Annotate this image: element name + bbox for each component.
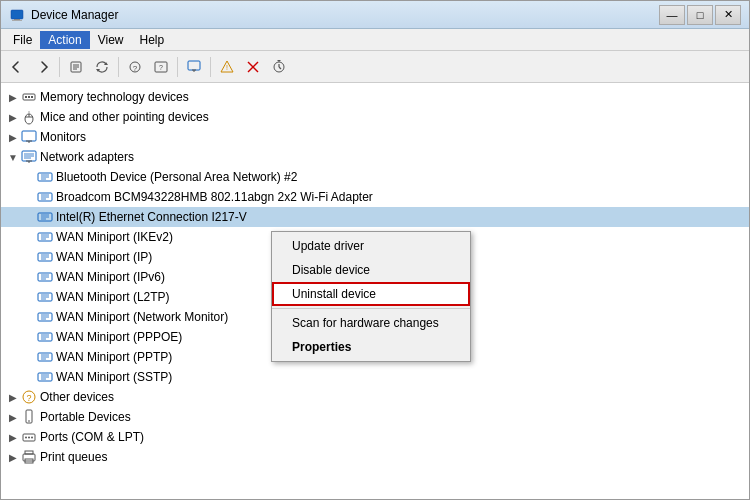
tree-item-broadcom[interactable]: Broadcom BCM943228HMB 802.11abgn 2x2 Wi-… bbox=[1, 187, 749, 207]
label-wan-network: WAN Miniport (Network Monitor) bbox=[56, 310, 228, 324]
tree-item-monitors[interactable]: ▶ Monitors bbox=[1, 127, 749, 147]
icon-wan-ipv6 bbox=[37, 269, 53, 285]
svg-rect-94 bbox=[25, 451, 33, 454]
icon-monitors bbox=[21, 129, 37, 145]
toggle-memory[interactable]: ▶ bbox=[5, 89, 21, 105]
tree-item-ports[interactable]: ▶ Ports (COM & LPT) bbox=[1, 427, 749, 447]
context-menu: Update driver Disable device Uninstall d… bbox=[271, 231, 471, 362]
tree-item-portable[interactable]: ▶ Portable Devices bbox=[1, 407, 749, 427]
tree-item-print[interactable]: ▶ Print queues bbox=[1, 447, 749, 467]
label-broadcom: Broadcom BCM943228HMB 802.11abgn 2x2 Wi-… bbox=[56, 190, 373, 204]
remove-button[interactable] bbox=[241, 55, 265, 79]
context-menu-scan-hardware[interactable]: Scan for hardware changes bbox=[272, 311, 470, 335]
icon-print bbox=[21, 449, 37, 465]
svg-text:?: ? bbox=[159, 64, 163, 71]
toolbar-separator-4 bbox=[210, 57, 211, 77]
label-wan-ikev2: WAN Miniport (IKEv2) bbox=[56, 230, 173, 244]
warning-button[interactable]: ! bbox=[215, 55, 239, 79]
label-network: Network adapters bbox=[40, 150, 134, 164]
maximize-button[interactable]: □ bbox=[687, 5, 713, 25]
device-manager-window: Device Manager — □ ✕ File Action View He… bbox=[0, 0, 750, 500]
update-button[interactable] bbox=[90, 55, 114, 79]
window-controls: — □ ✕ bbox=[659, 5, 741, 25]
toggle-other[interactable]: ▶ bbox=[5, 389, 21, 405]
toolbar-separator-1 bbox=[59, 57, 60, 77]
close-button[interactable]: ✕ bbox=[715, 5, 741, 25]
forward-button[interactable] bbox=[31, 55, 55, 79]
icon-wan-network bbox=[37, 309, 53, 325]
label-wan-pptp: WAN Miniport (PPTP) bbox=[56, 350, 172, 364]
scan-button[interactable] bbox=[267, 55, 291, 79]
toggle-mice[interactable]: ▶ bbox=[5, 109, 21, 125]
tree-item-network[interactable]: ▼ Network adapters bbox=[1, 147, 749, 167]
title-bar: Device Manager — □ ✕ bbox=[1, 1, 749, 29]
icon-portable bbox=[21, 409, 37, 425]
back-button[interactable] bbox=[5, 55, 29, 79]
window-icon bbox=[9, 7, 25, 23]
tree-item-wan-sstp[interactable]: WAN Miniport (SSTP) bbox=[1, 367, 749, 387]
icon-wan-sstp bbox=[37, 369, 53, 385]
svg-rect-0 bbox=[11, 10, 23, 19]
label-wan-ipv6: WAN Miniport (IPv6) bbox=[56, 270, 165, 284]
toggle-ports[interactable]: ▶ bbox=[5, 429, 21, 445]
svg-point-90 bbox=[25, 437, 27, 439]
icon-memory bbox=[21, 89, 37, 105]
toggle-network[interactable]: ▼ bbox=[5, 149, 21, 165]
context-menu-disable-device[interactable]: Disable device bbox=[272, 258, 470, 282]
menu-action[interactable]: Action bbox=[40, 31, 89, 49]
icon-ports bbox=[21, 429, 37, 445]
icon-wan-pppoe bbox=[37, 329, 53, 345]
label-wan-pppoe: WAN Miniport (PPPOE) bbox=[56, 330, 182, 344]
svg-point-91 bbox=[28, 437, 30, 439]
minimize-button[interactable]: — bbox=[659, 5, 685, 25]
menu-bar: File Action View Help bbox=[1, 29, 749, 51]
main-content: ▶ Memory technology devices ▶ bbox=[1, 83, 749, 499]
icon-network bbox=[21, 149, 37, 165]
context-menu-properties[interactable]: Properties bbox=[272, 335, 470, 359]
help-icon-button[interactable]: ? bbox=[123, 55, 147, 79]
svg-rect-2 bbox=[12, 20, 22, 21]
svg-point-92 bbox=[31, 437, 33, 439]
svg-text:?: ? bbox=[133, 63, 138, 72]
monitor-icon-button[interactable] bbox=[182, 55, 206, 79]
icon-wan-ip bbox=[37, 249, 53, 265]
tree-item-memory[interactable]: ▶ Memory technology devices bbox=[1, 87, 749, 107]
menu-help[interactable]: Help bbox=[132, 31, 173, 49]
toggle-broadcom bbox=[21, 189, 37, 205]
svg-text:?: ? bbox=[26, 393, 31, 403]
context-menu-update-driver[interactable]: Update driver bbox=[272, 234, 470, 258]
toggle-monitors[interactable]: ▶ bbox=[5, 129, 21, 145]
label-wan-sstp: WAN Miniport (SSTP) bbox=[56, 370, 172, 384]
label-print: Print queues bbox=[40, 450, 107, 464]
label-monitors: Monitors bbox=[40, 130, 86, 144]
svg-rect-25 bbox=[25, 96, 27, 98]
tree-item-intel[interactable]: Intel(R) Ethernet Connection I217-V bbox=[1, 207, 749, 227]
toolbar: ? ? ! bbox=[1, 51, 749, 83]
toggle-print[interactable]: ▶ bbox=[5, 449, 21, 465]
toggle-portable[interactable]: ▶ bbox=[5, 409, 21, 425]
tree-item-bluetooth[interactable]: Bluetooth Device (Personal Area Network)… bbox=[1, 167, 749, 187]
toolbar-separator-3 bbox=[177, 57, 178, 77]
tree-item-other[interactable]: ▶ ? Other devices bbox=[1, 387, 749, 407]
tree-item-mice[interactable]: ▶ Mice and other pointing devices bbox=[1, 107, 749, 127]
svg-text:!: ! bbox=[226, 64, 228, 71]
icon-wan-ikev2 bbox=[37, 229, 53, 245]
properties-button[interactable] bbox=[64, 55, 88, 79]
label-other: Other devices bbox=[40, 390, 114, 404]
label-portable: Portable Devices bbox=[40, 410, 131, 424]
icon-other: ? bbox=[21, 389, 37, 405]
svg-rect-27 bbox=[31, 96, 33, 98]
label-mice: Mice and other pointing devices bbox=[40, 110, 209, 124]
icon-wan-pptp bbox=[37, 349, 53, 365]
window-title: Device Manager bbox=[31, 8, 659, 22]
unknown-device-button[interactable]: ? bbox=[149, 55, 173, 79]
menu-file[interactable]: File bbox=[5, 31, 40, 49]
toggle-bluetooth bbox=[21, 169, 37, 185]
label-memory: Memory technology devices bbox=[40, 90, 189, 104]
menu-view[interactable]: View bbox=[90, 31, 132, 49]
icon-broadcom bbox=[37, 189, 53, 205]
label-intel: Intel(R) Ethernet Connection I217-V bbox=[56, 210, 247, 224]
context-menu-uninstall-device[interactable]: Uninstall device bbox=[272, 282, 470, 306]
label-ports: Ports (COM & LPT) bbox=[40, 430, 144, 444]
icon-intel bbox=[37, 209, 53, 225]
